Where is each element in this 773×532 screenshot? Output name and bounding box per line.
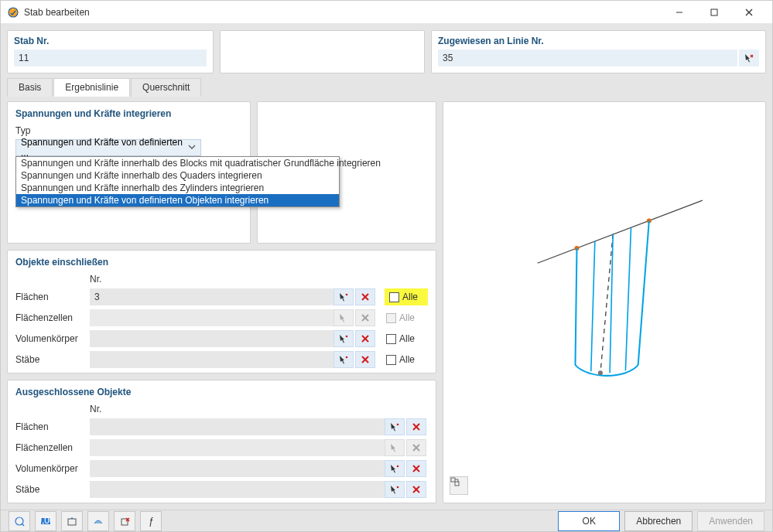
svg-rect-2 xyxy=(711,9,717,15)
middle-blank-panel xyxy=(220,30,425,73)
include-input-flaechen[interactable] xyxy=(90,288,333,305)
checkbox-icon xyxy=(386,334,396,344)
svg-text:ƒ: ƒ xyxy=(149,516,154,527)
typ-dropdown-value: Spannungen und Kräfte von definierten ..… xyxy=(21,137,188,159)
checkbox-icon xyxy=(389,292,399,302)
footer-tool-delete[interactable] xyxy=(114,511,135,531)
exclude-input-flaechen[interactable] xyxy=(90,418,385,435)
svg-point-15 xyxy=(346,356,348,359)
exclude-row-label-2: Volumenkörper xyxy=(15,463,90,474)
tabs: Basis Ergebnislinie Querschnitt xyxy=(7,78,766,97)
window-minimize-button[interactable] xyxy=(662,1,696,23)
include-clear-flaechenzellen xyxy=(355,309,375,326)
include-all-staebe[interactable]: Alle xyxy=(385,354,428,365)
typ-dropdown[interactable]: Spannungen und Kräfte von definierten ..… xyxy=(15,139,201,156)
svg-line-42 xyxy=(22,523,24,526)
stab-nr-panel: Stab Nr. xyxy=(7,30,214,73)
exclude-input-volumenkoerper[interactable] xyxy=(90,460,385,477)
exclude-objects-group: Ausgeschlossene Objekte Nr. Flächen Fläc… xyxy=(7,380,436,503)
include-input-flaechenzellen xyxy=(90,309,333,326)
exclude-input-staebe[interactable] xyxy=(90,481,385,498)
exclude-row-label-1: Flächenzellen xyxy=(15,442,90,453)
exclude-pick-volumenkoerper[interactable] xyxy=(385,460,405,477)
preview-toolbar-button[interactable] xyxy=(450,476,468,495)
exclude-pick-flaechen[interactable] xyxy=(385,418,405,435)
footer-tool-extents[interactable] xyxy=(61,511,83,531)
preview-panel xyxy=(443,101,766,503)
tab-basis[interactable]: Basis xyxy=(7,78,53,97)
include-row-label-1: Flächenzellen xyxy=(15,312,90,323)
tab-querschnitt[interactable]: Querschnitt xyxy=(131,78,201,97)
include-row-label-0: Flächen xyxy=(15,292,90,302)
exclude-row-label-0: Flächen xyxy=(15,421,90,432)
footer: 0,00 ƒ OK Abbrechen Anwenden xyxy=(1,510,772,531)
include-pick-staebe[interactable] xyxy=(333,351,354,368)
typ-option-1[interactable]: Spannungen und Kräfte innerhalb des Quad… xyxy=(16,169,339,182)
assigned-line-input[interactable] xyxy=(438,49,737,66)
exclude-nr-header: Nr. xyxy=(90,404,385,414)
window-close-button[interactable] xyxy=(731,1,766,23)
footer-tool-function[interactable]: ƒ xyxy=(140,511,162,531)
integrate-group-title: Spannungen und Kräfte integrieren xyxy=(15,108,242,119)
include-pick-flaechen[interactable] xyxy=(333,288,354,305)
integrate-group: Spannungen und Kräfte integrieren Typ Sp… xyxy=(7,101,251,244)
svg-line-33 xyxy=(575,248,576,365)
exclude-clear-staebe[interactable] xyxy=(406,481,426,498)
include-pick-volumenkoerper[interactable] xyxy=(333,330,354,347)
footer-tool-render[interactable] xyxy=(87,511,109,531)
svg-line-29 xyxy=(538,200,703,263)
include-all-flaechenzellen: Alle xyxy=(385,312,428,323)
stab-nr-input[interactable] xyxy=(14,49,207,66)
include-clear-volumenkoerper[interactable] xyxy=(355,330,375,347)
checkbox-icon xyxy=(386,355,396,365)
include-all-volumenkoerper[interactable]: Alle xyxy=(385,333,428,344)
svg-point-12 xyxy=(346,336,348,338)
ok-button[interactable]: OK xyxy=(558,511,620,531)
exclude-input-flaechenzellen xyxy=(90,439,385,456)
window-maximize-button[interactable] xyxy=(696,1,731,23)
include-clear-staebe[interactable] xyxy=(355,351,375,368)
include-pick-flaechenzellen xyxy=(333,309,354,326)
svg-point-0 xyxy=(9,8,18,17)
svg-line-36 xyxy=(625,228,631,371)
include-input-volumenkoerper[interactable] xyxy=(90,330,333,347)
include-input-staebe[interactable] xyxy=(90,351,333,368)
include-objects-title: Objekte einschließen xyxy=(15,257,428,268)
svg-rect-45 xyxy=(68,519,76,525)
exclude-row-label-3: Stäbe xyxy=(15,484,90,495)
title-bar: Stab bearbeiten xyxy=(1,1,772,24)
cancel-button[interactable]: Abbrechen xyxy=(624,511,693,531)
svg-line-34 xyxy=(591,241,595,371)
assigned-line-panel: Zugewiesen an Linie Nr. xyxy=(431,30,766,73)
typ-option-3[interactable]: Spannungen und Kräfte von definierten Ob… xyxy=(16,194,339,206)
svg-line-37 xyxy=(638,220,649,365)
assigned-line-label: Zugewiesen an Linie Nr. xyxy=(438,36,759,46)
typ-option-0[interactable]: Spannungen und Kräfte innerhalb des Bloc… xyxy=(16,157,339,169)
svg-point-26 xyxy=(397,486,399,489)
app-icon xyxy=(7,6,19,19)
exclude-clear-flaechen[interactable] xyxy=(406,418,426,435)
exclude-pick-staebe[interactable] xyxy=(385,481,405,498)
exclude-clear-volumenkoerper[interactable] xyxy=(406,460,426,477)
svg-rect-39 xyxy=(451,478,455,482)
checkbox-icon xyxy=(386,313,396,323)
pick-line-button[interactable] xyxy=(739,49,759,66)
include-clear-flaechen[interactable] xyxy=(355,288,375,305)
exclude-objects-title: Ausgeschlossene Objekte xyxy=(15,387,428,397)
svg-point-18 xyxy=(397,424,399,426)
stab-nr-label: Stab Nr. xyxy=(14,36,207,46)
include-nr-header: Nr. xyxy=(90,274,333,285)
typ-label: Typ xyxy=(15,125,242,136)
preview-drawing xyxy=(443,102,765,503)
tab-ergebnislinie[interactable]: Ergebnislinie xyxy=(53,78,130,97)
include-row-label-2: Volumenkörper xyxy=(15,333,90,344)
footer-tool-units[interactable]: 0,00 xyxy=(35,511,56,531)
typ-option-2[interactable]: Spannungen und Kräfte innerhalb des Zyli… xyxy=(16,182,339,194)
exclude-pick-flaechenzellen xyxy=(385,439,405,456)
typ-dropdown-list: Spannungen und Kräfte innerhalb des Bloc… xyxy=(15,156,340,207)
include-objects-group: Objekte einschließen Nr. Flächen Alle Fl… xyxy=(7,250,436,373)
chevron-down-icon xyxy=(188,142,196,153)
include-all-flaechen[interactable]: Alle xyxy=(385,288,428,305)
footer-tool-help[interactable] xyxy=(9,511,30,531)
svg-text:0,00: 0,00 xyxy=(39,516,52,526)
